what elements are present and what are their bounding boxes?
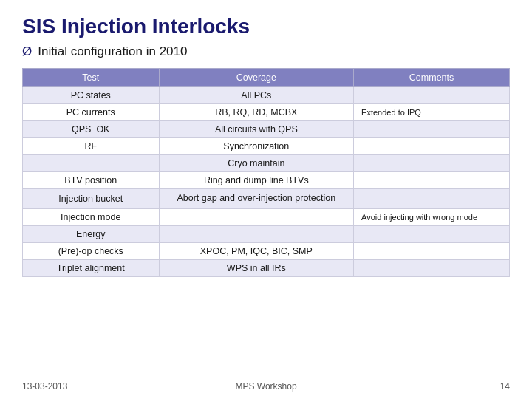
- slide: SIS Injection Interlocks Ø Initial confi…: [0, 0, 532, 399]
- table-header-row: Test Coverage Comments: [23, 69, 510, 87]
- table-row: Triplet alignmentWPS in all IRs: [23, 259, 510, 276]
- cell-test: BTV position: [23, 172, 160, 189]
- cell-comments: Avoid injecting with wrong mode: [354, 208, 510, 225]
- cell-coverage: Ring and dump line BTVs: [159, 172, 354, 189]
- cell-test: PC currents: [23, 104, 160, 121]
- subtitle-arrow: Ø: [22, 44, 32, 59]
- table-row: PC statesAll PCs: [23, 87, 510, 104]
- cell-comments: Extended to IPQ: [354, 104, 510, 121]
- cell-test: Triplet alignment: [23, 259, 160, 276]
- cell-test: Energy: [23, 225, 160, 242]
- col-header-coverage: Coverage: [159, 69, 354, 87]
- subtitle-text: Initial configuration in 2010: [38, 44, 187, 59]
- cell-comments: [354, 172, 510, 189]
- table-row: Energy: [23, 225, 510, 242]
- cell-comments: [354, 225, 510, 242]
- cell-coverage: All circuits with QPS: [159, 121, 354, 138]
- cell-comments: [354, 259, 510, 276]
- cell-coverage: All PCs: [159, 87, 354, 104]
- col-header-comments: Comments: [354, 69, 510, 87]
- cell-coverage: WPS in all IRs: [159, 259, 354, 276]
- cell-coverage: [159, 208, 354, 225]
- cell-coverage: [159, 225, 354, 242]
- footer-page: 14: [500, 381, 510, 392]
- cell-coverage: Abort gap and over-injection protection: [159, 189, 354, 209]
- table-row: Cryo maintain: [23, 155, 510, 172]
- table-row: (Pre)-op checksXPOC, PM, IQC, BIC, SMP: [23, 242, 510, 259]
- cell-coverage: XPOC, PM, IQC, BIC, SMP: [159, 242, 354, 259]
- cell-comments: [354, 121, 510, 138]
- cell-coverage: RB, RQ, RD, MCBX: [159, 104, 354, 121]
- cell-comments: [354, 155, 510, 172]
- cell-test: (Pre)-op checks: [23, 242, 160, 259]
- table-row: RFSynchronization: [23, 138, 510, 155]
- footer-workshop: MPS Workshop: [235, 381, 296, 392]
- col-header-test: Test: [23, 69, 160, 87]
- cell-comments: [354, 189, 510, 209]
- cell-test: Injection bucket: [23, 189, 160, 209]
- cell-coverage: Cryo maintain: [159, 155, 354, 172]
- cell-test: PC states: [23, 87, 160, 104]
- table-row: Injection modeAvoid injecting with wrong…: [23, 208, 510, 225]
- cell-comments: [354, 138, 510, 155]
- cell-coverage: Synchronization: [159, 138, 354, 155]
- interlocks-table: Test Coverage Comments PC statesAll PCsP…: [22, 68, 510, 277]
- table-row: Injection bucketAbort gap and over-injec…: [23, 189, 510, 209]
- slide-title: SIS Injection Interlocks: [22, 15, 510, 38]
- cell-comments: [354, 87, 510, 104]
- footer-date: 13-03-2013: [22, 381, 67, 392]
- cell-comments: [354, 242, 510, 259]
- table-row: BTV positionRing and dump line BTVs: [23, 172, 510, 189]
- table-row: PC currentsRB, RQ, RD, MCBXExtended to I…: [23, 104, 510, 121]
- table-row: QPS_OKAll circuits with QPS: [23, 121, 510, 138]
- cell-test: QPS_OK: [23, 121, 160, 138]
- cell-test: RF: [23, 138, 160, 155]
- cell-test: [23, 155, 160, 172]
- subtitle: Ø Initial configuration in 2010: [22, 44, 510, 59]
- cell-test: Injection mode: [23, 208, 160, 225]
